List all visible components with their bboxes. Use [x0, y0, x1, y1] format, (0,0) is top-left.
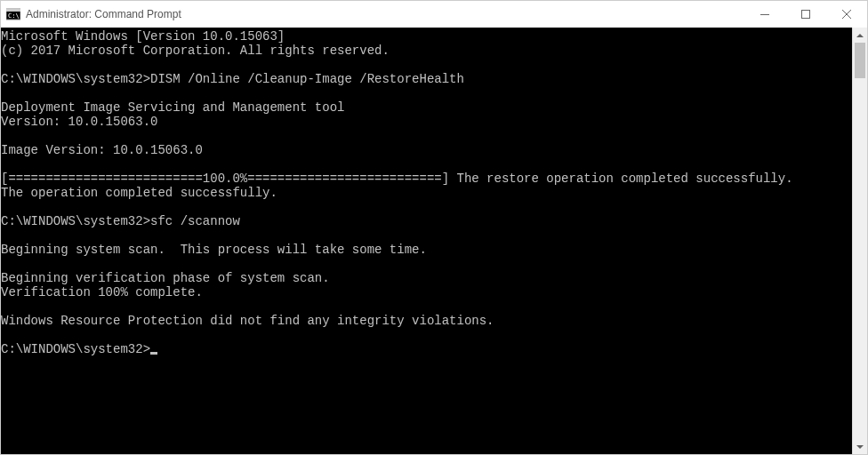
- terminal-line: C:\WINDOWS\system32>: [1, 342, 852, 356]
- command-prompt-window: C:\ Administrator: Command Prompt Micros…: [0, 0, 868, 455]
- svg-text:C:\: C:\: [8, 12, 20, 20]
- terminal-line: [1, 86, 852, 100]
- terminal-line: Verification 100% complete.: [1, 285, 852, 299]
- scroll-down-button[interactable]: [853, 439, 867, 454]
- terminal-line: Version: 10.0.15063.0: [1, 115, 852, 129]
- terminal-line: [1, 328, 852, 342]
- terminal-line: Beginning verification phase of system s…: [1, 271, 852, 285]
- svg-rect-3: [760, 14, 769, 15]
- titlebar-left: C:\ Administrator: Command Prompt: [1, 7, 181, 21]
- window-controls: [744, 1, 867, 28]
- cmd-icon: C:\: [6, 7, 20, 21]
- maximize-button[interactable]: [785, 1, 826, 28]
- terminal-line: C:\WINDOWS\system32>sfc /scannow: [1, 214, 852, 228]
- terminal-line: [1, 200, 852, 214]
- terminal-line: Image Version: 10.0.15063.0: [1, 143, 852, 157]
- minimize-button[interactable]: [744, 1, 785, 28]
- terminal-line: [1, 58, 852, 72]
- scrollbar-thumb[interactable]: [855, 43, 865, 78]
- svg-rect-4: [802, 11, 810, 19]
- terminal-line: C:\WINDOWS\system32>DISM /Online /Cleanu…: [1, 72, 852, 86]
- terminal-line: Deployment Image Servicing and Managemen…: [1, 100, 852, 115]
- cursor: [150, 352, 157, 355]
- terminal-area: Microsoft Windows [Version 10.0.15063](c…: [1, 28, 867, 454]
- terminal-line: [1, 257, 852, 271]
- terminal-line: The operation completed successfully.: [1, 186, 852, 200]
- close-button[interactable]: [826, 1, 867, 28]
- vertical-scrollbar[interactable]: [852, 28, 867, 454]
- terminal-line: Beginning system scan. This process will…: [1, 243, 852, 257]
- window-title: Administrator: Command Prompt: [26, 8, 181, 20]
- terminal-line: [1, 129, 852, 143]
- svg-rect-1: [6, 9, 20, 12]
- terminal-line: [1, 157, 852, 172]
- terminal-line: [1, 299, 852, 314]
- terminal-line: [==========================100.0%=======…: [1, 172, 852, 186]
- terminal-line: [1, 228, 852, 243]
- titlebar[interactable]: C:\ Administrator: Command Prompt: [1, 1, 867, 28]
- scroll-up-button[interactable]: [853, 28, 867, 43]
- terminal-line: (c) 2017 Microsoft Corporation. All righ…: [1, 44, 852, 58]
- terminal-line: Microsoft Windows [Version 10.0.15063]: [1, 29, 852, 44]
- terminal-line: Windows Resource Protection did not find…: [1, 314, 852, 328]
- scrollbar-track[interactable]: [853, 43, 867, 439]
- terminal-output[interactable]: Microsoft Windows [Version 10.0.15063](c…: [1, 28, 852, 454]
